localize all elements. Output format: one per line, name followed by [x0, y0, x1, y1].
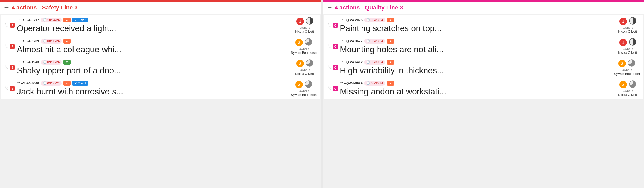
owner-label: Owner :: [622, 68, 632, 71]
action-card[interactable]: QT1--Q-24-8929🕐 08/30/24▲Missing andon a…: [324, 78, 643, 99]
action-main: T1--Q-24-2025🕐 08/23/24▲Painting scratch…: [340, 18, 614, 33]
menu-icon[interactable]: ☰: [4, 4, 9, 11]
action-left-icons: Q: [327, 86, 338, 91]
owner-pie-icon: [306, 17, 313, 26]
action-owner: 2Owner :Sylvain Bourderon: [614, 59, 640, 76]
action-owner: 2Owner :Sylvain Bourderon: [291, 80, 317, 97]
type-label: S: [10, 86, 15, 91]
action-left-icons: Q: [327, 22, 338, 28]
action-title: Almost hit a colleague whi...: [17, 45, 289, 54]
owner-label: Owner :: [300, 26, 310, 29]
action-meta: T1--Q-24-3677🕐 08/23/24▲: [340, 39, 614, 44]
owner-pie-icon: [629, 17, 636, 26]
owner-name: Nicola Olivetti: [295, 30, 314, 33]
action-meta: T1--S-24-8640🕐 09/06/24▲✓ Tier 2: [17, 81, 289, 86]
owner-pie-icon: [629, 80, 636, 89]
action-title: Operator received a light...: [17, 23, 291, 33]
action-id: T1--Q-24-3677: [340, 39, 363, 43]
panel-title-bar: ☰4 actions - Safety Line 3: [0, 2, 321, 14]
panel-quality: ☰4 actions - Quality Line 3QT1--Q-24-202…: [323, 0, 644, 188]
action-id: T1--S-24-1943: [17, 60, 39, 64]
clock-icon: 🕐: [366, 81, 370, 85]
action-meta: T1--Q-24-2025🕐 08/23/24▲: [340, 18, 614, 22]
owner-pie-icon: [305, 80, 312, 89]
type-label: S: [10, 65, 15, 70]
owner-name: Sylvain Bourderon: [614, 72, 640, 76]
action-left-icons: S: [4, 44, 15, 49]
action-left-icons: S: [4, 86, 15, 91]
owner-name: Nicola Olivetti: [618, 51, 637, 55]
clock-icon: 🕐: [366, 60, 370, 64]
action-meta: T1--S-24-8717🕐 10/04/24▲✓ Tier 2: [17, 18, 291, 22]
action-id: T1--Q-24-6412: [340, 60, 363, 64]
action-owner: 2Owner :Nicola Olivetti: [293, 59, 317, 76]
owner-label: Owner :: [299, 47, 309, 50]
action-date: 🕐 08/23/24: [364, 39, 385, 44]
clip-icon: [4, 86, 9, 91]
action-left-icons: S: [4, 65, 15, 70]
action-card[interactable]: ST1--S-24-8717🕐 10/04/24▲✓ Tier 2Operato…: [1, 15, 320, 36]
action-title: High variability in thicknes...: [340, 66, 612, 75]
clock-icon: 🕐: [43, 60, 47, 64]
type-label: Q: [333, 86, 338, 91]
owner-number-badge: 2: [295, 39, 303, 46]
action-owner: 1Owner :Nicola Olivetti: [293, 17, 317, 33]
clip-icon: [327, 86, 332, 91]
action-card[interactable]: ST1--S-24-1943🕐 09/06/24▼Shaky upper par…: [1, 57, 320, 78]
clock-icon: 🕐: [43, 81, 47, 85]
clock-icon: 🕐: [366, 39, 370, 43]
owner-number-badge: 1: [619, 39, 627, 46]
action-main: T1--Q-24-8929🕐 08/30/24▲Missing andon at…: [340, 81, 614, 97]
action-badge: ▲: [63, 39, 71, 44]
owner-name: Sylvain Bourderon: [291, 51, 317, 55]
owner-group: 2: [295, 38, 312, 47]
owner-number-badge: 2: [296, 60, 304, 67]
action-date: 🕐 08/30/24: [364, 60, 385, 65]
action-badge: ▲: [63, 18, 71, 22]
action-id: T1--S-24-5739: [17, 39, 39, 43]
menu-icon[interactable]: ☰: [327, 4, 332, 11]
action-card[interactable]: QT1--Q-24-6412🕐 08/30/24▲High variabilit…: [324, 57, 643, 78]
action-left-icons: Q: [327, 44, 338, 49]
action-card[interactable]: QT1--Q-24-2025🕐 08/23/24▲Painting scratc…: [324, 15, 643, 36]
action-card[interactable]: ST1--S-24-5739🕐 08/30/24▲Almost hit a co…: [1, 36, 320, 57]
action-left-icons: Q: [327, 65, 338, 70]
action-badge: ▼: [63, 60, 71, 65]
clock-icon: 🕐: [43, 39, 47, 43]
owner-group: 1: [619, 38, 636, 47]
owner-group: 2: [295, 80, 312, 89]
action-badge: ▲: [387, 39, 394, 44]
panel-title: 4 actions - Safety Line 3: [12, 4, 78, 11]
action-card[interactable]: ST1--S-24-8640🕐 09/06/24▲✓ Tier 2Jack bu…: [1, 78, 320, 99]
svg-line-12: [329, 66, 330, 68]
svg-line-2: [6, 45, 7, 47]
svg-line-10: [329, 45, 330, 47]
action-main: T1--Q-24-3677🕐 08/23/24▲Mounting holes a…: [340, 39, 614, 54]
owner-name: Nicola Olivetti: [295, 72, 314, 76]
owner-number-badge: 1: [619, 18, 627, 25]
action-date: 🕐 09/06/24: [41, 81, 62, 86]
action-id: T1--S-24-8640: [17, 81, 39, 85]
action-meta: T1--Q-24-6412🕐 08/30/24▲: [340, 60, 612, 65]
svg-line-14: [329, 87, 330, 89]
action-owner: 1Owner :Nicola Olivetti: [616, 17, 640, 33]
svg-line-4: [6, 66, 7, 68]
action-owner: 1Owner :Nicola Olivetti: [616, 38, 640, 55]
owner-group: 1: [619, 17, 636, 26]
action-id: T1--Q-24-2025: [340, 18, 363, 22]
action-card[interactable]: QT1--Q-24-3677🕐 08/23/24▲Mounting holes …: [324, 36, 643, 57]
owner-label: Owner :: [623, 89, 633, 93]
type-label: Q: [333, 65, 338, 70]
clip-icon: [4, 65, 9, 70]
action-title: Shaky upper part of a doo...: [17, 66, 291, 75]
type-label: S: [10, 44, 15, 49]
action-meta: T1--S-24-1943🕐 09/06/24▼: [17, 60, 291, 65]
action-badge: ▲: [387, 60, 394, 65]
owner-number-badge: 1: [296, 18, 304, 25]
type-label: Q: [333, 44, 338, 49]
owner-group: 2: [619, 80, 636, 89]
owner-label: Owner :: [300, 68, 310, 71]
owner-group: 2: [618, 59, 635, 68]
action-date: 🕐 08/30/24: [41, 39, 62, 44]
action-badge: ✓ Tier 2: [72, 81, 88, 86]
